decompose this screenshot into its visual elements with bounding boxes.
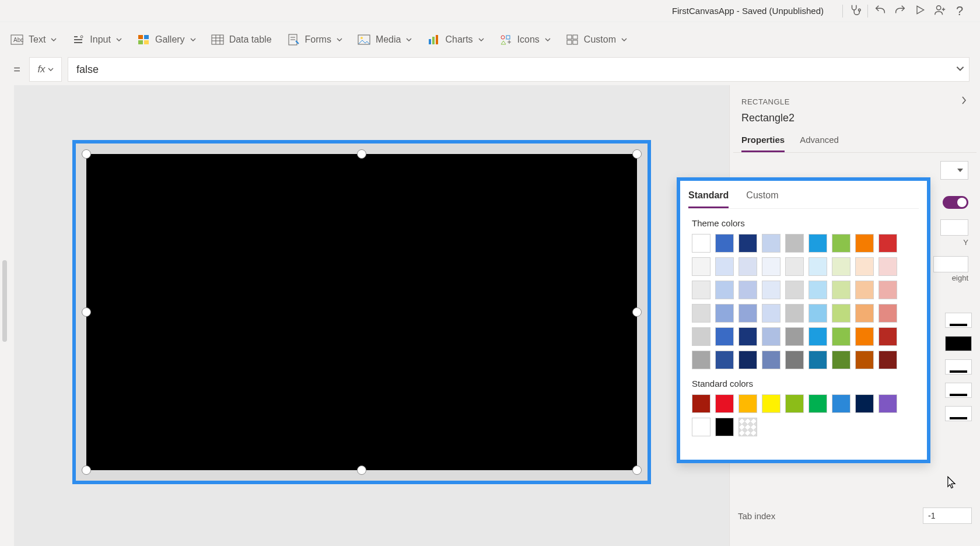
resize-handle-bottom-middle[interactable] <box>357 466 366 475</box>
formula-fx-dropdown[interactable]: fx <box>29 57 62 82</box>
color-swatch[interactable] <box>878 257 897 276</box>
hover-fill-chip[interactable] <box>945 359 972 374</box>
color-swatch[interactable] <box>785 257 804 276</box>
resize-handle-top-middle[interactable] <box>357 149 366 159</box>
resize-handle-middle-left[interactable] <box>82 307 91 317</box>
color-swatch[interactable] <box>832 257 850 276</box>
color-swatch[interactable] <box>878 281 897 299</box>
color-swatch[interactable] <box>738 234 757 253</box>
color-swatch[interactable] <box>692 304 710 323</box>
color-swatch[interactable] <box>715 281 734 299</box>
ribbon-forms[interactable]: Forms <box>287 33 342 46</box>
color-swatch[interactable] <box>832 234 850 253</box>
ribbon-gallery[interactable]: Gallery <box>137 33 196 46</box>
color-swatch[interactable] <box>808 234 827 253</box>
resize-handle-middle-right[interactable] <box>632 307 642 317</box>
ribbon-media[interactable]: Media <box>358 33 412 46</box>
color-swatch[interactable] <box>738 394 757 413</box>
color-swatch[interactable] <box>692 281 710 299</box>
color-swatch[interactable] <box>832 304 850 323</box>
pressed-fill-chip[interactable] <box>945 383 972 398</box>
color-swatch[interactable] <box>738 351 757 369</box>
size-value-box[interactable] <box>933 256 968 272</box>
color-swatch[interactable] <box>715 234 734 253</box>
color-swatch[interactable] <box>855 257 874 276</box>
color-swatch[interactable] <box>762 257 780 276</box>
color-swatch[interactable] <box>692 257 710 276</box>
color-swatch[interactable] <box>808 257 827 276</box>
border-color-chip[interactable] <box>945 336 972 351</box>
ribbon-text[interactable]: AbcText <box>10 33 57 46</box>
color-swatch[interactable] <box>832 394 850 413</box>
app-checker-button[interactable] <box>845 1 865 21</box>
color-swatch[interactable] <box>832 281 850 299</box>
color-swatch[interactable] <box>738 257 757 276</box>
ribbon-charts[interactable]: Charts <box>427 33 484 46</box>
color-swatch[interactable] <box>785 234 804 253</box>
color-swatch[interactable] <box>692 327 710 346</box>
color-swatch[interactable] <box>855 327 874 346</box>
color-swatch[interactable] <box>762 327 780 346</box>
color-swatch[interactable] <box>692 394 710 413</box>
color-swatch[interactable] <box>785 351 804 369</box>
color-swatch[interactable] <box>762 351 780 369</box>
color-tab-standard[interactable]: Standard <box>688 187 729 208</box>
color-swatch[interactable] <box>762 304 780 323</box>
undo-button[interactable] <box>870 1 890 21</box>
ribbon-icons[interactable]: Icons <box>499 33 551 46</box>
ribbon-custom[interactable]: Custom <box>566 33 627 46</box>
resize-handle-bottom-right[interactable] <box>632 466 642 475</box>
color-swatch[interactable] <box>692 351 710 369</box>
color-swatch[interactable] <box>785 394 804 413</box>
tab-advanced[interactable]: Advanced <box>800 131 839 152</box>
share-button[interactable] <box>930 1 950 21</box>
color-swatch[interactable] <box>762 234 780 253</box>
color-swatch[interactable] <box>715 327 734 346</box>
color-swatch[interactable] <box>762 394 780 413</box>
resize-handle-top-left[interactable] <box>82 149 91 159</box>
resize-handle-top-right[interactable] <box>632 149 642 159</box>
color-swatch[interactable] <box>878 304 897 323</box>
color-swatch[interactable] <box>808 304 827 323</box>
tab-properties[interactable]: Properties <box>741 131 785 152</box>
color-swatch[interactable] <box>785 304 804 323</box>
color-swatch[interactable] <box>855 351 874 369</box>
color-swatch[interactable] <box>738 304 757 323</box>
color-swatch[interactable] <box>715 351 734 369</box>
color-swatch[interactable] <box>878 327 897 346</box>
color-swatch[interactable] <box>715 418 734 436</box>
tabindex-value[interactable]: -1 <box>923 508 972 524</box>
color-swatch[interactable] <box>738 281 757 299</box>
redo-button[interactable] <box>890 1 910 21</box>
color-swatch[interactable] <box>715 304 734 323</box>
color-swatch[interactable] <box>878 351 897 369</box>
formula-expand-button[interactable] <box>956 64 964 76</box>
resize-handle-bottom-left[interactable] <box>82 466 91 475</box>
color-swatch[interactable] <box>855 304 874 323</box>
disabled-fill-chip[interactable] <box>945 406 972 421</box>
color-swatch[interactable] <box>855 394 874 413</box>
fill-color-chip[interactable] <box>945 313 972 328</box>
color-swatch[interactable] <box>878 394 897 413</box>
ribbon-data-table[interactable]: Data table <box>211 33 272 46</box>
color-swatch[interactable] <box>855 234 874 253</box>
position-value-box[interactable] <box>940 219 968 236</box>
ribbon-input[interactable]: Input <box>72 33 122 46</box>
color-swatch[interactable] <box>715 394 734 413</box>
color-swatch[interactable] <box>855 281 874 299</box>
left-rail-scroll-thumb[interactable] <box>2 260 7 342</box>
play-preview-button[interactable] <box>910 1 930 21</box>
help-button[interactable]: ? <box>950 1 970 21</box>
color-swatch[interactable] <box>832 351 850 369</box>
color-swatch[interactable] <box>808 394 827 413</box>
color-swatch[interactable] <box>715 257 734 276</box>
color-swatch[interactable] <box>785 281 804 299</box>
panel-expand-button[interactable] <box>959 96 968 107</box>
color-swatch[interactable] <box>738 327 757 346</box>
color-swatch[interactable] <box>738 418 757 436</box>
selected-rectangle-control[interactable] <box>72 140 651 484</box>
color-swatch[interactable] <box>785 327 804 346</box>
color-swatch[interactable] <box>808 281 827 299</box>
color-swatch[interactable] <box>808 351 827 369</box>
color-tab-custom[interactable]: Custom <box>746 187 778 208</box>
